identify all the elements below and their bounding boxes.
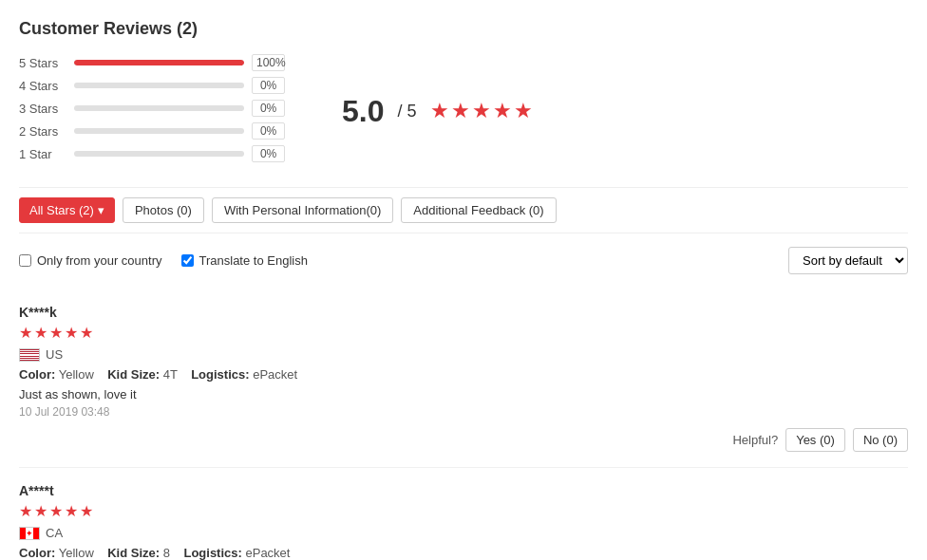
translate-checkbox[interactable] [181,254,194,267]
review-star-icon: ★ [49,502,63,520]
flag-ca-icon: ✦ [19,527,40,540]
score-number: 5.0 [342,94,384,129]
review-star-icon: ★ [34,502,47,520]
bar-track [74,151,244,157]
country-filter-label[interactable]: Only from your country [19,253,162,268]
review-date: 10 Jul 2019 03:48 [19,405,908,419]
review-star-icon: ★ [80,502,93,520]
review-star-icon: ★ [19,502,32,520]
overall-score: 5.0 / 5 ★★★★★ [342,94,533,129]
all-stars-filter[interactable]: All Stars (2) ▾ [19,197,115,223]
overall-star-icon: ★ [451,99,470,123]
star-bar-row: 2 Stars 0% [19,122,285,140]
logistics-label: Logistics: [183,546,241,560]
kidsize-label: Kid Size: [107,546,160,560]
review-item: A****t ★★★★★ ✦ CA Color: Yellow Kid Size… [19,468,908,560]
options-left: Only from your country Translate to Engl… [19,253,308,268]
reviewer-name: A****t [19,483,908,498]
color-value: Yellow [59,546,94,560]
filter-bar: All Stars (2) ▾ Photos (0) With Personal… [19,187,908,233]
flag-us-icon [19,348,40,362]
star-bar-label: 3 Stars [19,102,66,116]
star-bar-row: 1 Star 0% [19,145,285,162]
review-meta: Color: Yellow Kid Size: 8 Logistics: ePa… [19,546,908,560]
kidsize-value: 8 [163,546,170,560]
review-star-icon: ★ [65,502,78,520]
country-checkbox[interactable] [19,254,31,267]
star-bar-row: 5 Stars 100% [19,54,285,71]
star-bar-label: 1 Star [19,147,66,161]
bar-fill [74,60,244,65]
overall-star-icon: ★ [472,99,491,123]
yes-button[interactable]: Yes (0) [785,428,845,452]
kidsize-value: 4T [163,367,178,382]
color-label: Color: [19,546,55,560]
color-value: Yellow [59,367,94,382]
overall-star-icon: ★ [493,99,512,123]
star-bar-label: 4 Stars [19,79,66,93]
bar-pct: 0% [252,100,285,117]
review-meta: Color: Yellow Kid Size: 4T Logistics: eP… [19,367,908,382]
review-star-icon: ★ [49,324,63,342]
country-row: US [19,347,908,362]
no-button[interactable]: No (0) [853,428,908,452]
star-bar-row: 3 Stars 0% [19,100,285,117]
review-stars: ★★★★★ [19,502,908,520]
logistics-label: Logistics: [191,367,249,382]
overall-star-icon: ★ [430,99,449,123]
photos-filter[interactable]: Photos (0) [123,197,204,223]
additional-filter[interactable]: Additional Feedback (0) [401,197,556,223]
bar-track [74,60,244,65]
kidsize-label: Kid Size: [107,367,160,382]
review-stars: ★★★★★ [19,324,908,342]
stars-display: ★★★★★ [430,99,533,123]
review-text: Just as shown, love it [19,387,908,401]
bar-pct: 100% [252,54,285,71]
bar-pct: 0% [252,122,285,140]
translate-label[interactable]: Translate to English [181,253,308,268]
star-bars: 5 Stars 100% 4 Stars 0% 3 Stars 0% 2 Sta… [19,54,285,168]
review-star-icon: ★ [34,324,47,342]
review-star-icon: ★ [80,324,93,342]
country-row: ✦ CA [19,526,908,540]
reviews-container: K****k ★★★★★ US Color: Yellow Kid Size: … [19,289,908,560]
bar-track [74,83,244,88]
bar-pct: 0% [252,77,285,94]
star-bar-label: 2 Stars [19,124,66,139]
review-item: K****k ★★★★★ US Color: Yellow Kid Size: … [19,289,908,468]
review-star-icon: ★ [65,324,78,342]
section-title: Customer Reviews (2) [19,19,908,39]
ratings-container: 5 Stars 100% 4 Stars 0% 3 Stars 0% 2 Sta… [19,54,908,168]
bar-track [74,128,244,134]
overall-star-icon: ★ [514,99,533,123]
country-code: CA [46,526,63,540]
logistics-value: ePacket [245,546,290,560]
options-bar: Only from your country Translate to Engl… [19,247,908,274]
star-bar-label: 5 Stars [19,56,66,70]
color-label: Color: [19,367,55,382]
helpful-label: Helpful? [732,433,778,447]
star-bar-row: 4 Stars 0% [19,77,285,94]
bar-pct: 0% [252,145,285,162]
country-code: US [46,347,63,362]
sort-select[interactable]: Sort by defaultMost RecentMost Helpful [788,247,908,274]
translate-text: Translate to English [199,253,308,268]
bar-track [74,105,244,111]
logistics-value: ePacket [253,367,297,382]
country-filter-text: Only from your country [37,253,162,268]
reviewer-name: K****k [19,305,908,320]
review-star-icon: ★ [19,324,32,342]
personal-info-filter[interactable]: With Personal Information(0) [212,197,393,223]
helpful-row: Helpful? Yes (0) No (0) [19,428,908,452]
score-slash: / 5 [397,102,416,121]
